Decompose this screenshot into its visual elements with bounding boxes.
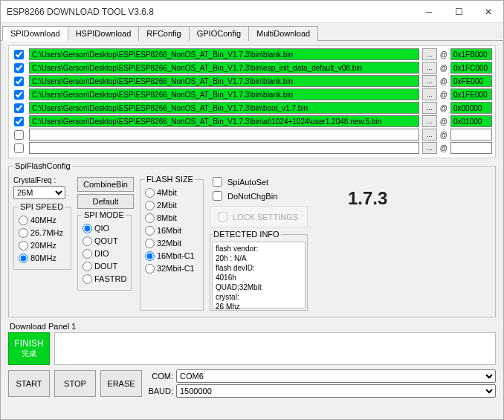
browse-button[interactable]: ...: [422, 62, 437, 74]
stop-button[interactable]: STOP: [54, 370, 96, 397]
file-row: ...@: [9, 101, 495, 114]
flash-size-radio[interactable]: [145, 251, 155, 261]
detected-info-text: flash vendor:20h : N/Aflash devID:4016hQ…: [212, 242, 306, 308]
com-select[interactable]: COM6: [176, 369, 496, 383]
file-row-checkbox[interactable]: [14, 130, 24, 140]
at-symbol: @: [440, 91, 448, 99]
spi-mode-option[interactable]: DIO: [83, 248, 126, 260]
crystal-freq-label: CrystalFreq :: [13, 176, 71, 184]
flash-size-option[interactable]: 16Mbit: [145, 224, 198, 237]
flash-size-radio[interactable]: [145, 201, 155, 210]
browse-button[interactable]: ...: [422, 115, 437, 127]
spi-mode-radio[interactable]: [83, 249, 92, 259]
file-path-input[interactable]: [29, 115, 419, 127]
minimize-button[interactable]: ─: [414, 1, 444, 23]
tab-gpioconfig[interactable]: GPIOConfig: [189, 26, 249, 41]
flash-size-radio[interactable]: [145, 264, 155, 274]
flash-size-radio[interactable]: [145, 213, 155, 223]
file-path-input[interactable]: [29, 102, 419, 114]
lock-settings-checkbox: [218, 212, 227, 222]
spi-speed-radio[interactable]: [19, 241, 28, 251]
at-symbol: @: [440, 77, 448, 85]
file-row-checkbox[interactable]: [14, 143, 24, 153]
at-symbol: @: [440, 51, 448, 59]
maximize-button[interactable]: ☐: [444, 1, 474, 23]
address-input[interactable]: [450, 88, 492, 100]
tabbar: SPIDownload HSPIDownload RFConfig GPIOCo…: [1, 23, 503, 41]
spi-mode-radio[interactable]: [83, 262, 92, 271]
file-path-input[interactable]: [29, 48, 419, 60]
finish-text: FINISH: [14, 338, 43, 349]
spi-mode-option[interactable]: DOUT: [83, 260, 126, 273]
file-row: ...@: [9, 88, 495, 101]
flash-size-option[interactable]: 4Mbit: [145, 187, 198, 199]
flash-size-option[interactable]: 32Mbit-C1: [145, 262, 198, 275]
baud-select[interactable]: 1500000: [176, 384, 496, 398]
spi-mode-radio[interactable]: [83, 236, 92, 246]
address-input[interactable]: [450, 62, 492, 74]
donot-chg-bin-checkbox[interactable]: [213, 191, 222, 201]
file-path-input[interactable]: [29, 62, 419, 74]
spi-speed-group: SPI SPEED 40MHz26.7MHz20MHz80MHz: [13, 202, 71, 270]
address-input[interactable]: [450, 75, 492, 87]
close-button[interactable]: ✕: [474, 1, 503, 23]
version-text: 1.7.3: [321, 175, 387, 311]
spi-speed-radio[interactable]: [19, 253, 28, 263]
combine-bin-button[interactable]: CombineBin: [77, 177, 134, 192]
lock-settings-label: LOCK SETTINGS: [233, 213, 298, 222]
browse-button[interactable]: ...: [422, 129, 437, 140]
flash-size-option[interactable]: 8Mbit: [145, 212, 198, 224]
address-input[interactable]: [450, 115, 492, 127]
spi-mode-radio[interactable]: [83, 274, 92, 284]
browse-button[interactable]: ...: [422, 48, 437, 60]
start-button[interactable]: START: [8, 370, 50, 397]
default-button[interactable]: Default: [77, 194, 134, 209]
flash-size-option[interactable]: 32Mbit: [145, 237, 198, 250]
spi-speed-option[interactable]: 40MHz: [19, 214, 66, 227]
spi-mode-radio[interactable]: [83, 224, 92, 233]
crystal-freq-select[interactable]: 26M: [13, 186, 65, 199]
spi-speed-option[interactable]: 80MHz: [19, 252, 66, 265]
address-input[interactable]: [450, 102, 492, 114]
flash-size-radio[interactable]: [145, 239, 155, 248]
address-input[interactable]: [450, 129, 492, 140]
tab-multidownload[interactable]: MultiDownload: [248, 26, 318, 41]
file-row-checkbox[interactable]: [14, 117, 24, 126]
erase-button[interactable]: ERASE: [100, 370, 142, 397]
browse-button[interactable]: ...: [422, 102, 437, 114]
flash-size-option[interactable]: 16Mbit-C1: [145, 250, 198, 262]
spi-mode-option[interactable]: QOUT: [83, 235, 126, 248]
address-input[interactable]: [450, 142, 492, 154]
spi-mode-option[interactable]: QIO: [83, 222, 126, 235]
file-path-input[interactable]: [29, 88, 419, 100]
file-path-input[interactable]: [29, 75, 419, 87]
flash-size-radio[interactable]: [145, 188, 155, 198]
spi-speed-radio[interactable]: [19, 228, 28, 238]
address-input[interactable]: [450, 48, 492, 60]
tab-spidownload[interactable]: SPIDownload: [2, 26, 68, 41]
flash-size-radio[interactable]: [145, 226, 155, 236]
spi-speed-option[interactable]: 26.7MHz: [19, 227, 66, 239]
log-box[interactable]: [54, 332, 496, 365]
spi-speed-radio[interactable]: [19, 216, 28, 225]
file-path-input[interactable]: [29, 142, 419, 154]
tab-rfconfig[interactable]: RFConfig: [138, 26, 189, 41]
spi-speed-option[interactable]: 20MHz: [19, 239, 66, 252]
file-row-checkbox[interactable]: [14, 50, 24, 59]
flash-size-option[interactable]: 2Mbit: [145, 199, 198, 212]
at-symbol: @: [440, 104, 448, 112]
file-path-input[interactable]: [29, 129, 419, 140]
file-row-checkbox[interactable]: [14, 90, 24, 100]
file-row: ...@: [9, 61, 495, 74]
spi-mode-group: SPI MODE QIOQOUTDIODOUTFASTRD: [77, 210, 132, 291]
browse-button[interactable]: ...: [422, 75, 437, 87]
browse-button[interactable]: ...: [422, 142, 437, 154]
file-row-checkbox[interactable]: [14, 63, 24, 73]
spi-autoset-checkbox[interactable]: [213, 177, 222, 187]
file-row-checkbox[interactable]: [14, 77, 24, 86]
tab-hspidownload[interactable]: HSPIDownload: [68, 26, 140, 41]
spi-mode-option[interactable]: FASTRD: [83, 273, 126, 285]
browse-button[interactable]: ...: [422, 88, 437, 100]
donot-chg-bin-label: DoNotChgBin: [227, 192, 277, 201]
file-row-checkbox[interactable]: [14, 103, 24, 113]
